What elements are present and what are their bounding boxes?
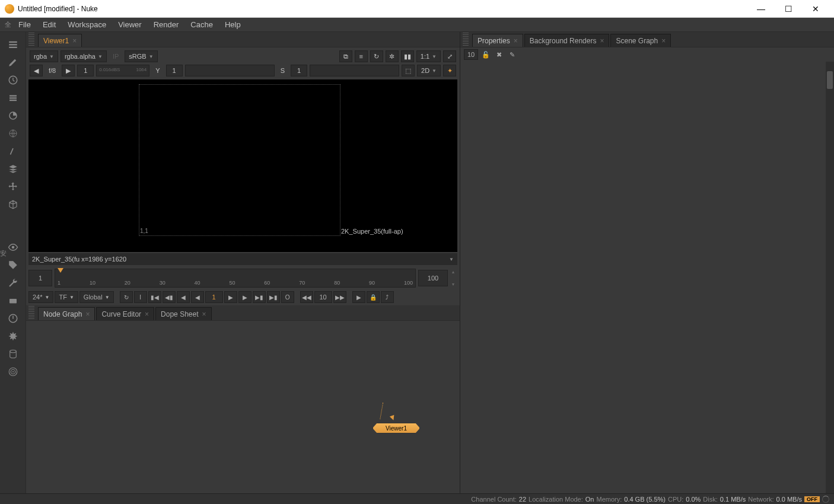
fstop-left-icon[interactable]: ◀: [30, 65, 43, 76]
wipe-icon[interactable]: ⧉: [339, 50, 352, 62]
close-icon[interactable]: ×: [600, 37, 604, 45]
menu-file[interactable]: File: [12, 18, 37, 31]
tool-globe-icon[interactable]: [0, 125, 26, 142]
tab-background-renders[interactable]: Background Renders ×: [524, 34, 610, 47]
next-key-icon[interactable]: ▶▮: [253, 291, 266, 303]
menu-help[interactable]: Help: [219, 18, 247, 31]
tab-properties[interactable]: Properties ×: [472, 34, 523, 47]
frame-out-field[interactable]: 100: [418, 270, 448, 286]
step-forward-icon[interactable]: ▶: [238, 291, 252, 303]
in-point-icon[interactable]: I: [134, 291, 147, 303]
timeline-playhead-icon[interactable]: [58, 268, 63, 273]
tab-scene-graph[interactable]: Scene Graph ×: [610, 34, 671, 47]
close-icon[interactable]: ×: [514, 37, 518, 45]
scrollbar-thumb[interactable]: [827, 71, 833, 89]
loop-mode-icon[interactable]: ↻: [120, 291, 133, 303]
tab-dope-sheet[interactable]: Dope Sheet ×: [155, 307, 211, 320]
camera-icon[interactable]: ✦: [443, 65, 456, 76]
props-max-panels[interactable]: 10: [464, 49, 478, 60]
tool-move-icon[interactable]: [0, 178, 26, 196]
tool-power-icon[interactable]: [0, 310, 26, 327]
close-icon[interactable]: ×: [72, 37, 77, 45]
tool-pie-icon[interactable]: [0, 107, 26, 125]
close-icon[interactable]: ×: [85, 310, 90, 318]
lock-open-icon[interactable]: 🔓: [480, 49, 491, 60]
lock-icon[interactable]: 🔒: [367, 291, 380, 303]
bbox-icon[interactable]: ⬚: [402, 65, 415, 76]
viewer-node[interactable]: Viewer1: [373, 423, 420, 433]
viewer-info-bar[interactable]: 2K_Super_35(fu x=1986 y=1620 ▼: [28, 253, 457, 265]
panel-grip-icon[interactable]: [463, 33, 469, 46]
list-icon[interactable]: ≡: [355, 50, 368, 62]
play-back-icon[interactable]: ◀: [191, 291, 204, 303]
tool-stack-icon[interactable]: [0, 160, 26, 178]
menu-cache[interactable]: Cache: [184, 18, 219, 31]
timeline-spinner[interactable]: ▲ ▼: [449, 270, 457, 286]
gamma-slider[interactable]: [185, 65, 275, 76]
zoom-ratio-dropdown[interactable]: 1:1▼: [416, 50, 441, 62]
jump-back-icon[interactable]: ◀◀: [300, 291, 313, 303]
tool-pick-icon[interactable]: [0, 142, 26, 160]
close-icon[interactable]: ×: [202, 310, 206, 318]
go-start-icon[interactable]: ▮◀: [148, 291, 161, 303]
tab-curve-editor[interactable]: Curve Editor ×: [96, 307, 154, 320]
tool-tag-icon[interactable]: [0, 256, 26, 274]
lut-dropdown[interactable]: sRGB▼: [125, 50, 157, 62]
panel-grip-icon[interactable]: [28, 33, 34, 46]
panel-grip-icon[interactable]: [28, 306, 34, 319]
jump-frames-field[interactable]: 10: [314, 291, 332, 303]
refresh-icon[interactable]: ↻: [370, 50, 383, 62]
close-icon[interactable]: ×: [145, 310, 149, 318]
out-point-icon[interactable]: O: [281, 291, 294, 303]
fstop-right-icon[interactable]: ▶: [62, 65, 75, 76]
node-graph-canvas[interactable]: Viewer1: [26, 321, 460, 493]
close-icon[interactable]: ×: [661, 37, 666, 45]
tool-barrel-icon[interactable]: [0, 345, 26, 363]
tool-target-icon[interactable]: [0, 363, 26, 381]
step-back-icon[interactable]: ◀: [177, 291, 190, 303]
timeline-track[interactable]: 1 10 20 30 40 50 60 70 80 90 100: [55, 269, 416, 288]
tab-node-graph[interactable]: Node Graph ×: [38, 307, 95, 320]
tool-cube-icon[interactable]: [0, 196, 26, 213]
menu-workspace[interactable]: Workspace: [62, 18, 112, 31]
pause-icon[interactable]: ▮▮: [401, 50, 414, 62]
gamma-value[interactable]: 1: [166, 65, 183, 76]
menu-viewer[interactable]: Viewer: [112, 18, 148, 31]
channel-dropdown[interactable]: rgba▼: [30, 50, 58, 62]
dimension-dropdown[interactable]: 2D▼: [417, 65, 441, 76]
tool-sparkle-icon[interactable]: [0, 213, 26, 231]
tool-pen-icon[interactable]: [0, 53, 26, 71]
gear-icon[interactable]: ✲: [386, 50, 399, 62]
tf-dropdown[interactable]: TF▼: [55, 291, 78, 303]
jump-forward-icon[interactable]: ▶▶: [333, 291, 346, 303]
menu-edit[interactable]: Edit: [37, 18, 62, 31]
edit-icon[interactable]: ✎: [507, 49, 517, 60]
current-frame-field[interactable]: 1: [205, 291, 223, 303]
s-value[interactable]: 1: [291, 65, 307, 76]
alpha-dropdown[interactable]: rgba.alpha▼: [61, 50, 107, 62]
fstop-slider[interactable]: 0.016dBS 1064: [96, 65, 149, 76]
maximize-button[interactable]: ☐: [775, 0, 802, 18]
viewer-canvas[interactable]: 1,1 2K_Super_35(full-ap): [28, 79, 457, 252]
flipbook-icon[interactable]: ▶: [352, 291, 365, 303]
tool-disk-icon[interactable]: [0, 292, 26, 310]
prev-key-icon[interactable]: ◀▮: [163, 291, 176, 303]
close-button[interactable]: ✕: [802, 0, 829, 18]
tool-clock-icon[interactable]: [0, 71, 26, 89]
tab-viewer1[interactable]: Viewer1 ×: [38, 34, 82, 47]
tool-layers-icon[interactable]: [0, 89, 26, 107]
status-off-badge[interactable]: OFF: [804, 496, 820, 502]
fstop-value[interactable]: 1: [77, 65, 94, 76]
tool-burst-icon[interactable]: [0, 327, 26, 345]
go-end-icon[interactable]: ▶▮: [267, 291, 280, 303]
tool-wrench-icon[interactable]: [0, 274, 26, 292]
info-dropdown-icon[interactable]: ▼: [449, 257, 454, 262]
expand-icon[interactable]: ⤢: [443, 50, 456, 62]
tool-select-icon[interactable]: [0, 36, 26, 53]
play-forward-icon[interactable]: ▶: [224, 291, 237, 303]
fps-dropdown[interactable]: 24*▼: [28, 291, 53, 303]
menu-render[interactable]: Render: [148, 18, 185, 31]
scrollbar[interactable]: [826, 62, 834, 493]
scope-dropdown[interactable]: Global▼: [79, 291, 114, 303]
s-slider[interactable]: [310, 65, 399, 76]
